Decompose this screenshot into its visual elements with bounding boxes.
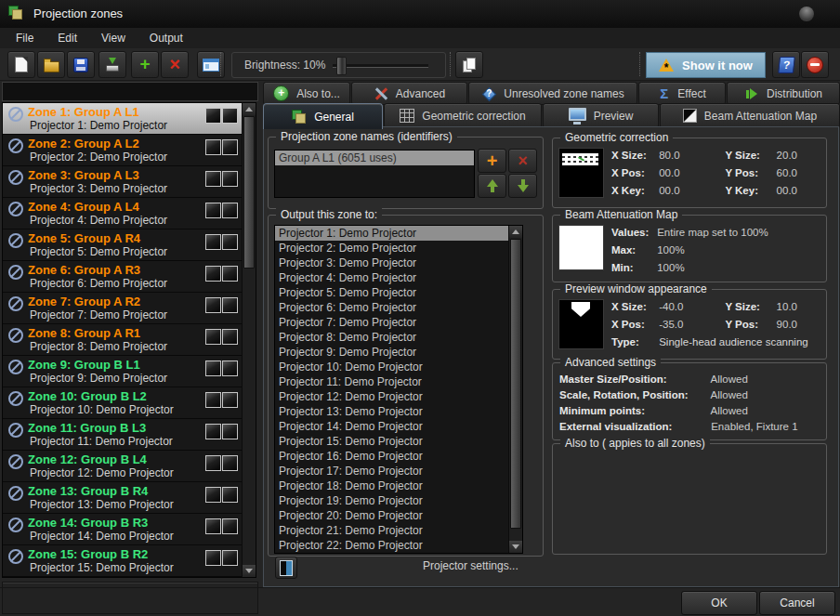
zone-row[interactable]: Zone 11: Group B L3 Projector 11: Demo P… [3,419,243,451]
zone-names-list[interactable]: Group A L1 (6051 uses) [274,150,475,198]
projector-settings-button[interactable] [275,557,297,579]
brightness-slider-thumb[interactable] [336,57,347,75]
menu-file[interactable]: File [4,28,46,48]
output-list-item[interactable]: Projector 20: Demo Projector [275,508,510,523]
menu-output[interactable]: Output [138,28,195,48]
tab-advanced[interactable]: Advanced [351,82,467,105]
output-list-item[interactable]: Projector 21: Demo Projector [275,523,510,538]
ok-button[interactable]: OK [681,591,757,615]
save-button[interactable] [67,51,95,78]
zone-row[interactable]: Zone 6: Group A R3 Projector 6: Demo Pro… [3,261,243,293]
add-button[interactable] [131,51,159,78]
zone-flag-box-2[interactable] [222,297,238,313]
open-folder-button[interactable] [37,51,65,78]
zone-flag-box-2[interactable] [222,424,238,439]
output-list-item[interactable]: Projector 17: Demo Projector [275,464,510,478]
zone-name-item[interactable]: Group A L1 (6051 uses) [275,151,474,165]
zone-row[interactable]: Zone 7: Group A R2 Projector 7: Demo Pro… [3,293,243,324]
zone-flag-box-2[interactable] [222,329,238,345]
zone-flag-box-2[interactable] [222,392,238,408]
output-list-item[interactable]: Projector 5: Demo Projector [275,285,510,300]
output-list-scrollbar[interactable] [508,226,522,553]
zone-flag-box-2[interactable] [222,360,238,376]
output-list-item[interactable]: Projector 2: Demo Projector [275,241,510,256]
zone-row[interactable]: Zone 2: Group A L2 Projector 2: Demo Pro… [3,135,243,166]
output-list-item[interactable]: Projector 6: Demo Projector [275,300,510,315]
download-button[interactable] [98,51,126,78]
zone-flag-box-1[interactable] [205,392,221,408]
zone-flag-box-1[interactable] [205,487,221,503]
add-name-button[interactable]: + [478,149,506,173]
zone-flag-box-1[interactable] [205,234,221,250]
zone-flag-box-2[interactable] [222,487,238,503]
zone-row[interactable]: Zone 3: Group A L3 Projector 3: Demo Pro… [3,166,243,198]
zone-flag-box-2[interactable] [222,203,238,218]
zone-flag-box-1[interactable] [205,424,221,439]
zone-flag-box-1[interactable] [205,550,221,566]
menu-view[interactable]: View [89,28,138,48]
delete-button[interactable] [161,51,189,78]
output-list-item[interactable]: Projector 7: Demo Projector [275,315,510,330]
output-list-item[interactable]: Projector 8: Demo Projector [275,330,510,345]
output-list-item[interactable]: Projector 1: Demo Projector [275,226,510,241]
tab-distribution[interactable]: Distribution [727,82,840,105]
zone-row[interactable]: Zone 10: Group B L2 Projector 10: Demo P… [3,387,243,419]
output-list-item[interactable]: Projector 14: Demo Projector [275,419,510,434]
scroll-up-button[interactable] [509,226,522,238]
tab-effect[interactable]: Effect [638,82,726,105]
zone-flag-box-1[interactable] [205,455,221,471]
copy-button[interactable] [455,51,483,78]
tab-preview[interactable]: Preview [543,103,659,128]
move-name-down-button[interactable] [508,174,537,198]
zone-row[interactable]: Zone 1: Group A L1 Projector 1: Demo Pro… [3,103,243,135]
output-list-item[interactable]: Projector 3: Demo Projector [275,256,510,270]
stop-button[interactable] [801,51,829,78]
brightness-slider[interactable] [333,64,428,68]
zone-row[interactable]: Zone 9: Group B L1 Projector 9: Demo Pro… [3,356,243,387]
output-list-item[interactable]: Projector 16: Demo Projector [275,449,510,464]
zone-flag-box-1[interactable] [205,360,221,376]
zone-row[interactable]: Zone 8: Group A R1 Projector 8: Demo Pro… [3,324,243,356]
tab-general[interactable]: General [263,103,383,129]
zone-row[interactable]: Zone 4: Group A L4 Projector 4: Demo Pro… [3,198,243,229]
projector-settings-label[interactable]: Projector settings... [423,559,518,572]
scrollbar-thumb[interactable] [510,239,521,529]
zone-flag-box-2[interactable] [222,266,238,282]
tab-unresolved-zone-names[interactable]: Unresolved zone names [468,82,637,105]
help-button[interactable] [772,51,800,78]
menu-edit[interactable]: Edit [46,28,89,48]
scroll-down-button[interactable] [243,565,256,577]
tab-geometric-correction[interactable]: Geometric correction [384,103,542,128]
zone-row[interactable]: Zone 5: Group A R4 Projector 5: Demo Pro… [3,229,243,261]
output-list-item[interactable]: Projector 12: Demo Projector [275,389,510,404]
zone-row[interactable]: Zone 15: Group B R2 Projector 15: Demo P… [3,545,243,577]
output-list-item[interactable]: Projector 15: Demo Projector [275,434,510,449]
zone-flag-box-1[interactable] [205,518,221,534]
zone-flag-box-1[interactable] [205,171,221,187]
move-name-up-button[interactable] [478,174,506,198]
zone-flag-box-2[interactable] [222,518,238,534]
show-it-now-button[interactable]: Show it now [646,52,766,78]
zone-flag-box-1[interactable] [205,139,221,155]
zone-flag-box-2[interactable] [222,171,238,187]
output-list-item[interactable]: Projector 22: Demo Projector [275,538,510,553]
scroll-up-button[interactable] [243,103,256,115]
output-list-item[interactable]: Projector 4: Demo Projector [275,270,510,285]
scroll-down-button[interactable] [509,541,522,553]
zone-flag-box-2[interactable] [222,234,238,250]
new-document-button[interactable] [7,51,35,78]
zone-flag-box-1[interactable] [205,203,221,218]
scrollbar-thumb[interactable] [243,116,255,269]
zone-flag-box-2[interactable] [222,108,238,124]
output-list-item[interactable]: Projector 11: Demo Projector [275,374,510,389]
cancel-button[interactable]: Cancel [759,591,835,615]
output-list-item[interactable]: Projector 19: Demo Projector [275,493,510,508]
zone-flag-box-2[interactable] [222,455,238,471]
zone-flag-box-1[interactable] [205,329,221,345]
zone-row[interactable]: Zone 12: Group B L4 Projector 12: Demo P… [3,451,243,482]
tab-beam-attenuation-map[interactable]: Beam Attenuation Map [660,103,840,128]
zone-flag-box-2[interactable] [222,550,238,566]
output-list-item[interactable]: Projector 9: Demo Projector [275,345,510,360]
output-list-item[interactable]: Projector 10: Demo Projector [275,360,510,374]
zone-row[interactable]: Zone 13: Group B R4 Projector 13: Demo P… [3,482,243,514]
